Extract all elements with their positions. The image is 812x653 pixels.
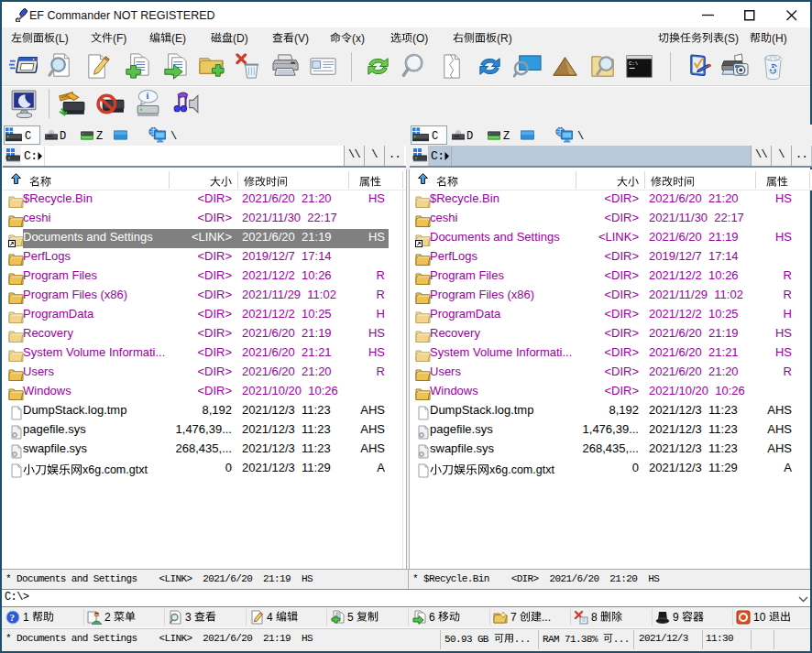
svg-text:i: i	[146, 91, 148, 101]
svg-text:C:\: C:\	[629, 60, 639, 67]
svg-text:?: ?	[10, 612, 16, 623]
